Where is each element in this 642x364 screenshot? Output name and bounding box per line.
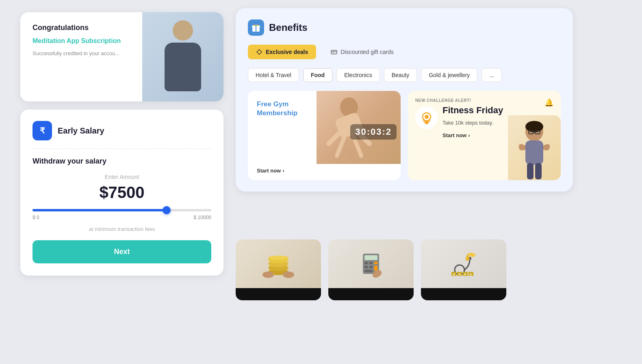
calc-black-bar — [328, 288, 414, 300]
svg-line-10 — [337, 136, 345, 156]
svg-rect-38 — [364, 270, 373, 272]
congrats-subtitle: Meditation App Subscription — [33, 37, 126, 45]
categories-row: Hotel & Travel Food Electronics Beauty G… — [248, 68, 561, 82]
gym-membership-card: Free Gym Membership — [248, 91, 401, 180]
left-panel: Congratulations Meditation App Subscript… — [20, 12, 223, 276]
svg-rect-37 — [374, 266, 377, 271]
person-image — [142, 12, 223, 101]
salary-logo: ₹ — [33, 121, 52, 140]
category-gold-jewellery[interactable]: Gold & jewellery — [421, 68, 477, 82]
gym-title: Free Gym Membership — [257, 100, 322, 118]
svg-text:O: O — [458, 273, 461, 276]
salary-card: ₹ Early Salary Withdraw your salary Ente… — [20, 110, 223, 276]
congrats-title: Congratulations — [33, 24, 126, 32]
category-hotel-travel[interactable]: Hotel & Travel — [248, 68, 299, 82]
slider-labels: $ 0 $ 10000 — [33, 215, 211, 220]
hope-black-bar — [421, 288, 506, 300]
next-button[interactable]: Next — [33, 240, 211, 263]
svg-point-28 — [262, 271, 274, 278]
bell-icon[interactable]: 🔔 — [544, 98, 553, 107]
fees-note: at minimum transaction fees — [33, 226, 211, 232]
svg-line-8 — [329, 131, 341, 144]
fitness-desc: Take 10k steps today. — [442, 120, 503, 126]
person-body — [165, 43, 201, 91]
svg-point-14 — [425, 115, 429, 119]
bottom-img-calculator — [328, 239, 414, 300]
svg-rect-13 — [425, 120, 428, 124]
withdraw-label: Withdraw your salary — [33, 157, 211, 166]
slider-min-label: $ 0 — [33, 215, 39, 220]
svg-rect-36 — [369, 266, 373, 268]
slider-track — [33, 209, 211, 211]
gift-icon — [248, 19, 264, 36]
chevron-right-icon-2: › — [468, 132, 470, 138]
coins-black-bar — [236, 288, 321, 300]
kettlebell-icon — [415, 107, 438, 129]
salary-title: Early Salary — [58, 126, 104, 136]
svg-rect-33 — [369, 262, 373, 264]
svg-rect-20 — [525, 140, 543, 165]
benefits-card: Benefits Exclusive deals Discounted gift… — [236, 8, 573, 192]
fitness-title-text: Fitness Friday Take 10k steps today. Sta… — [442, 105, 503, 139]
fitness-person-image — [508, 115, 561, 180]
svg-rect-32 — [364, 262, 368, 264]
svg-point-16 — [525, 121, 543, 132]
salary-header: ₹ Early Salary — [33, 121, 211, 149]
category-food[interactable]: Food — [303, 68, 332, 82]
tab-discounted-gift-cards[interactable]: Discounted gift cards — [323, 45, 402, 59]
slider-thumb[interactable] — [163, 206, 171, 214]
svg-point-29 — [283, 271, 294, 278]
svg-rect-21 — [527, 163, 534, 179]
fitness-start-now[interactable]: Start now › — [442, 132, 470, 138]
svg-point-27 — [268, 256, 288, 260]
chevron-right-icon: › — [282, 168, 284, 174]
svg-rect-31 — [364, 255, 377, 260]
category-electronics[interactable]: Electronics — [336, 68, 380, 82]
benefits-header: Benefits — [248, 19, 561, 36]
bottom-img-hope: H O P E — [421, 239, 506, 300]
amount-display: $7500 — [33, 183, 211, 202]
svg-rect-35 — [364, 266, 368, 268]
congrats-card: Congratulations Meditation App Subscript… — [20, 12, 223, 101]
bottom-img-coins — [236, 239, 321, 300]
svg-text:H: H — [453, 273, 455, 276]
category-beauty[interactable]: Beauty — [384, 68, 417, 82]
svg-text:E: E — [470, 273, 472, 276]
bottom-images: H O P E — [236, 239, 506, 300]
svg-rect-3 — [331, 50, 337, 54]
svg-text:P: P — [464, 273, 466, 276]
coins-image — [236, 239, 321, 288]
salary-logo-letter: ₹ — [40, 126, 45, 136]
slider-max-label: $ 10000 — [194, 215, 211, 220]
salary-slider[interactable]: $ 0 $ 10000 — [33, 209, 211, 220]
person-silhouette — [158, 20, 207, 93]
fitness-title: Fitness Friday — [442, 105, 503, 116]
category-more[interactable]: ... — [482, 68, 502, 82]
svg-rect-22 — [535, 163, 542, 179]
calculator-image — [328, 239, 414, 288]
slider-fill — [33, 209, 167, 211]
deal-cards-row: Free Gym Membership — [248, 91, 561, 180]
congrats-desc: Successfully credited in your accou... — [33, 50, 126, 56]
amount-input-label: Enter Amount — [33, 174, 211, 180]
tab-exclusive-deals-label: Exclusive deals — [266, 49, 308, 55]
person-head — [173, 20, 193, 41]
tab-exclusive-deals[interactable]: Exclusive deals — [248, 45, 316, 59]
tab-discounted-label: Discounted gift cards — [341, 49, 394, 55]
challenge-badge: NEW CHALLENGE ALERT! — [415, 98, 553, 103]
gym-start-now[interactable]: Start now › — [257, 168, 284, 174]
hope-image: H O P E — [421, 239, 506, 288]
timer-overlay: 30:03:2 — [350, 124, 397, 140]
svg-rect-34 — [374, 262, 377, 264]
benefits-title: Benefits — [269, 22, 308, 33]
fitness-friday-card: NEW CHALLENGE ALERT! 🔔 — [408, 91, 561, 180]
fitness-inner: NEW CHALLENGE ALERT! 🔔 — [408, 91, 561, 180]
tabs-row: Exclusive deals Discounted gift cards — [248, 45, 561, 59]
